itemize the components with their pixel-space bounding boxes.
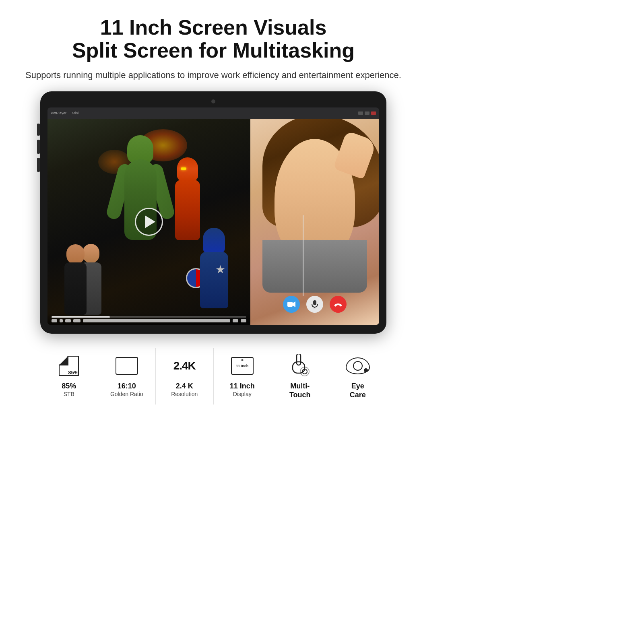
touch-hand-icon [289,354,310,378]
mute-button[interactable] [306,296,323,313]
ratio-label-main: 16:10 [118,382,136,391]
svg-rect-5 [297,354,301,365]
eye-pupil-shape [353,361,363,371]
widow-body [64,262,87,315]
hulk-character [118,135,163,272]
svg-rect-2 [313,300,316,305]
window-controls [358,111,376,115]
person-shirt [262,240,367,293]
stb-label-main: 85% [62,382,76,391]
feature-ratio: 16:10 Golden Ratio [98,348,156,404]
play-triangle-icon [145,215,155,228]
feature-stb: 85% 85% STB [40,348,98,404]
inch-display-icon: 11 Inch [231,357,254,375]
spacer [83,319,230,322]
end-call-button[interactable] [330,296,347,313]
power-button [37,124,40,136]
stb-cut-border [59,356,68,365]
video-call-panel [250,119,379,325]
minimize-icon [358,111,363,115]
control-icon-2 [60,319,63,322]
display-label-sub: Display [233,391,252,397]
ironman-head [177,157,198,181]
tablet-frame: PotPlayer Mini [40,91,386,334]
progress-fill [52,316,110,318]
eye-inner-shape [364,368,368,372]
resolution-label-main: 2.4 K [176,382,193,391]
volume-up-button [37,140,40,154]
inch-icon-text: 11 Inch [236,364,248,368]
progress-bar [52,316,246,318]
captain-body: ★ [200,252,228,308]
captain-head [203,228,225,254]
face-background [250,119,379,325]
movie-panel: ★ [47,119,250,325]
features-row: 85% 85% STB 16:10 Golden Ratio 2.4K 2.4 … [40,348,386,404]
svg-marker-1 [293,301,295,307]
front-camera-icon [211,99,215,103]
page-title: 11 Inch Screen Visuals Split Screen for … [24,16,402,62]
earphone-cord [303,215,303,296]
resolution-icon: 2.4K [173,359,196,372]
resolution-icon-container: 2.4K [171,353,197,379]
ratio-icon [116,357,138,375]
header-section: 11 Inch Screen Visuals Split Screen for … [24,16,402,82]
time-display [73,319,80,322]
control-icon-1 [52,319,57,322]
subtitle-text: Supports running multiple applications t… [24,68,402,82]
multi-touch-icon [289,354,310,378]
split-screen: ★ [47,119,379,325]
tablet-screen: PotPlayer Mini [47,107,379,325]
tablet-container: PotPlayer Mini [40,91,386,334]
screen-top-bar: PotPlayer Mini [47,107,379,119]
feature-resolution: 2.4K 2.4 K Resolution [156,348,214,404]
control-icon-4 [233,319,238,322]
stb-icon-container: 85% [56,353,82,379]
eye-care-icon [346,357,370,374]
display-label-main: 11 Inch [230,382,255,391]
ironman-eye [181,167,186,170]
movie-background: ★ [47,119,250,325]
call-controls [283,296,347,313]
play-button[interactable] [135,208,163,236]
resolution-label-sub: Resolution [171,391,198,397]
inch-icon-camera [241,359,243,361]
stb-icon: 85% [58,355,80,377]
maximize-icon [365,111,369,115]
touch-icon-container [287,353,313,379]
control-icon-5 [241,319,246,322]
feature-display: 11 Inch 11 Inch Display [214,348,272,404]
svg-rect-0 [287,302,293,307]
control-icons [52,319,246,322]
feature-eye-care: Eye Care [329,348,387,404]
widow-head [66,244,85,264]
close-icon [371,111,376,115]
display-icon-container: 11 Inch [229,353,255,379]
video-controls [47,313,250,325]
eye-care-label-main: Eye Care [350,382,366,399]
touch-label-main: Multi- Touch [289,382,311,399]
black-widow-character [60,234,92,315]
video-call-button[interactable] [283,296,300,313]
captain-star: ★ [215,263,225,276]
ratio-icon-container [114,353,140,379]
feature-touch: Multi- Touch [271,348,329,404]
stb-label-sub: STB [64,391,74,397]
volume-down-button [37,158,40,172]
stb-percent-text: 85% [68,369,78,376]
ratio-label-sub: Golden Ratio [110,391,143,397]
eye-care-icon-container [345,353,371,379]
control-icon-3 [65,319,71,322]
captain-america-character: ★ [194,220,234,308]
